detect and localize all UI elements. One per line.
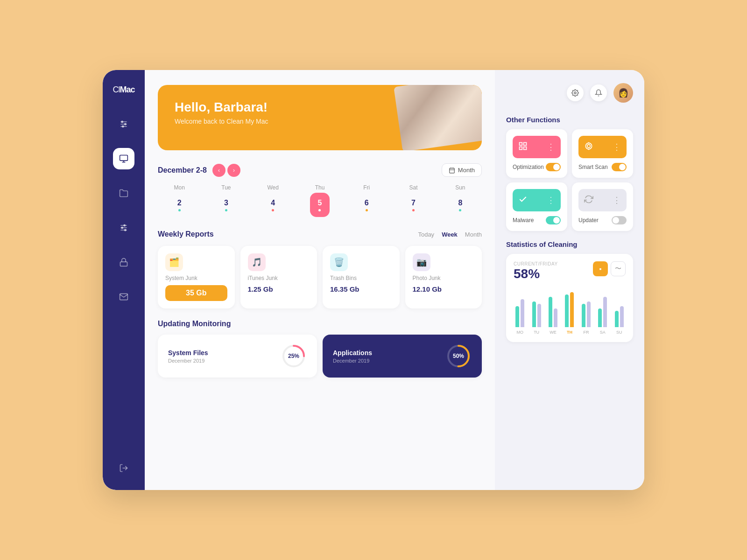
sidebar: ClMac (103, 70, 145, 490)
svg-rect-15 (120, 262, 127, 266)
cal-day-num: 3 (216, 193, 236, 217)
cal-day-num: 6 (357, 193, 376, 217)
cal-day-name: Sun (455, 184, 465, 191)
bar-pair (565, 290, 574, 327)
cal-day-name: Thu (315, 184, 325, 191)
report-icon: 🗑️ (330, 253, 348, 271)
cal-day-num: 5 (310, 193, 330, 217)
bar-group (514, 290, 526, 327)
other-functions-title: Other Functions (506, 116, 633, 124)
panel-header: 👩 (506, 83, 633, 103)
calendar-day[interactable]: Wed 4 (252, 184, 295, 217)
report-value: 35 Gb (165, 285, 227, 301)
report-icon: 🎵 (248, 253, 266, 271)
calendar-day[interactable]: Sun 8 (439, 184, 482, 217)
report-card[interactable]: 🗂️ System Junk 35 Gb (158, 246, 235, 308)
monitoring-sub: December 2019 (168, 358, 208, 364)
bar-group (613, 290, 626, 327)
cal-day-name: Wed (267, 184, 278, 191)
bar-secondary (603, 297, 607, 327)
report-label: Photo Junk (413, 275, 441, 281)
bar-cyan (582, 304, 585, 327)
bar-group (547, 290, 559, 327)
function-card: ⋮ Updater (572, 182, 633, 231)
stats-value: 58% (514, 266, 558, 281)
bar-day-label: WE (547, 330, 559, 335)
function-card-bottom: Optimization (513, 163, 561, 171)
cal-dot (412, 209, 415, 211)
svg-point-3 (121, 121, 123, 122)
statistics-title: Statistics of Cleaning (506, 240, 633, 248)
function-dots[interactable]: ⋮ (547, 195, 555, 205)
function-toggle[interactable] (546, 216, 561, 224)
svg-rect-27 (524, 142, 527, 145)
monitoring-cards: System Files December 2019 25% Applicati… (158, 335, 482, 378)
calendar-day[interactable]: Sat 7 (392, 184, 435, 217)
other-functions-section: Other Functions ⋮ Optimization ⋮ Smart S… (506, 116, 633, 231)
circle-progress: 50% (445, 343, 472, 369)
notifications-button[interactable] (590, 84, 607, 101)
calendar-day[interactable]: Fri 6 (345, 184, 388, 217)
bar-cyan (532, 301, 536, 327)
sidebar-item-monitor[interactable] (113, 148, 134, 169)
main-content: Hello, Barbara! Welcome back to Clean My… (145, 70, 495, 490)
bar-pair (582, 290, 591, 327)
calendar-day[interactable]: Tue 3 (204, 184, 247, 217)
cal-day-name: Tue (221, 184, 231, 191)
function-name: Updater (578, 217, 599, 224)
logout-button[interactable] (119, 463, 128, 475)
sidebar-item-mail[interactable] (113, 286, 134, 308)
hero-laptop-image (379, 85, 482, 150)
svg-point-4 (125, 123, 126, 125)
function-dots[interactable]: ⋮ (547, 142, 555, 152)
user-avatar[interactable]: 👩 (613, 83, 633, 103)
period-tab[interactable]: Today (418, 231, 434, 238)
bar-secondary (620, 306, 624, 327)
monitoring-card: Applications December 2019 50% (323, 335, 482, 378)
function-toggle[interactable] (546, 163, 561, 171)
stats-current-label: CURRENT/FRIDAY (514, 261, 558, 266)
calendar-nav: ‹ › (212, 164, 240, 177)
stats-line-chart-button[interactable]: 〜 (611, 261, 626, 276)
calendar-day[interactable]: Mon 2 (158, 184, 201, 217)
monitoring-sub: December 2019 (333, 358, 372, 364)
report-card[interactable]: 🗑️ Trash Bins 16.35 Gb (323, 246, 400, 308)
calendar-day[interactable]: Thu 5 (298, 184, 341, 217)
bar-pair (532, 290, 541, 327)
calendar-grid: Mon 2 Tue 3 Wed 4 Thu 5 Fri 6 Sat 7 (158, 184, 482, 217)
period-tab[interactable]: Month (465, 231, 482, 238)
calendar-prev-button[interactable]: ‹ (212, 164, 226, 177)
function-card-bottom: Smart Scan (578, 163, 627, 171)
bar-group (530, 290, 543, 327)
report-card[interactable]: 📷 Photo Junk 12.10 Gb (405, 246, 482, 308)
period-tab[interactable]: Week (442, 231, 458, 238)
report-value: 1.25 Gb (248, 285, 273, 293)
bar-secondary (570, 292, 574, 327)
bar-cyan (515, 306, 519, 327)
calendar-next-button[interactable]: › (227, 164, 240, 177)
stats-bar-chart-button[interactable]: ▪ (593, 261, 608, 276)
bar-secondary (587, 301, 591, 327)
svg-rect-29 (520, 147, 522, 149)
function-toggle[interactable] (612, 216, 627, 224)
cal-dot (318, 209, 321, 211)
bar-chart (514, 285, 626, 327)
sidebar-item-security[interactable] (113, 252, 134, 273)
function-icon (584, 195, 593, 206)
function-card-bottom: Updater (578, 216, 627, 224)
sidebar-item-sliders[interactable] (113, 217, 134, 238)
month-label: Month (458, 167, 475, 174)
function-dots[interactable]: ⋮ (613, 142, 621, 152)
report-card[interactable]: 🎵 iTunes Junk 1.25 Gb (240, 246, 317, 308)
sidebar-item-equalizer[interactable] (113, 113, 134, 135)
function-dots[interactable]: ⋮ (613, 195, 621, 205)
function-toggle[interactable] (612, 163, 627, 171)
svg-point-30 (585, 143, 592, 149)
settings-button[interactable] (567, 84, 584, 101)
logo-suffix: Mac (120, 85, 134, 94)
month-view-button[interactable]: Month (442, 163, 482, 177)
function-card-top: ⋮ (578, 189, 627, 211)
right-panel: 👩 Other Functions ⋮ Optimization ⋮ Smart… (495, 70, 644, 490)
sidebar-item-folder[interactable] (113, 182, 134, 204)
function-grid: ⋮ Optimization ⋮ Smart Scan ⋮ Malware ⋮ (506, 129, 633, 231)
